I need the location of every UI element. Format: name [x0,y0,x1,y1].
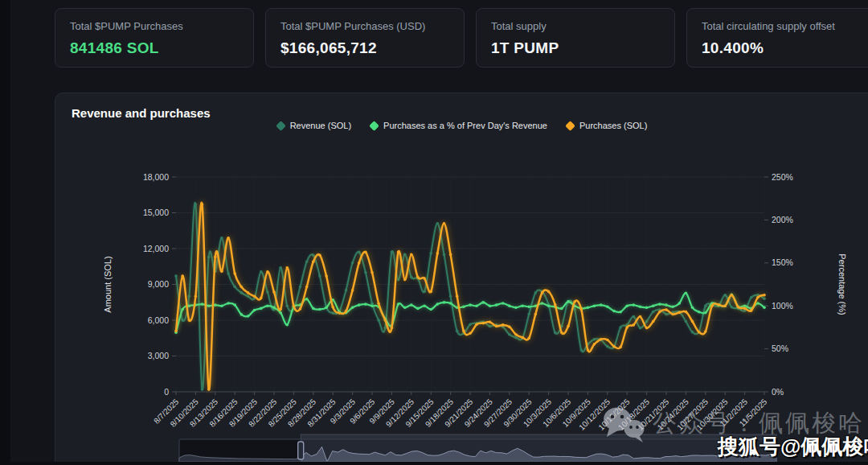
chart-legend: Revenue (SOL) Purchases as a % of Prev D… [55,121,868,130]
svg-text:3,000: 3,000 [148,351,169,360]
stat-label: Total supply [491,20,660,32]
stat-label: Total $PUMP Purchases (USD) [280,20,449,32]
x-axis: 8/7/20258/10/20258/13/20258/16/20258/19/… [152,392,769,432]
revenue-diamond-icon [276,121,286,131]
stat-card-total-purchases-usd: Total $PUMP Purchases (USD) $166,065,712 [265,8,465,68]
stat-label: Total circulating supply offset [702,20,868,32]
stat-value: 1T PUMP [491,39,660,57]
stat-card-total-supply: Total supply 1T PUMP [476,8,675,68]
left-edge-strip [0,0,10,465]
y-axis-right: 0%50%100%150%200%250%Percentage (%) [764,172,847,397]
svg-text:100%: 100% [772,301,793,311]
legend-item-purchases[interactable]: Purchases (SOL) [567,121,647,130]
stat-value: 10.400% [702,39,868,57]
stat-card-supply-offset: Total circulating supply offset 10.400% [686,8,868,68]
percentage-diamond-icon [369,121,379,131]
brush-handle[interactable] [298,442,304,459]
svg-text:9,000: 9,000 [148,279,169,289]
revenue-purchases-card: 03,0006,0009,00012,00015,00018,000Amount… [55,93,868,465]
brush [179,434,776,462]
svg-text:6,000: 6,000 [148,315,169,325]
svg-text:15,000: 15,000 [143,208,169,217]
y-axis-left: 03,0006,0009,00012,00015,00018,000Amount… [103,172,176,397]
bottom-edge-strip [0,462,868,465]
brush-selection[interactable] [301,434,776,462]
stat-card-total-purchases: Total $PUMP Purchases 841486 SOL [55,8,254,68]
chart-plot-area: 03,0006,0009,00012,00015,00018,000Amount… [55,93,868,465]
stats-row: Total $PUMP Purchases 841486 SOL Total $… [55,8,868,68]
chart-title: Revenue and purchases [72,106,211,120]
legend-item-revenue[interactable]: Revenue (SOL) [277,121,351,130]
y-axis-right-title: Percentage (%) [837,253,847,315]
svg-text:12,000: 12,000 [143,244,169,253]
stat-value: 841486 SOL [70,39,239,57]
svg-text:50%: 50% [772,344,788,353]
purchases-diamond-icon [565,121,575,131]
svg-text:18,000: 18,000 [143,172,169,182]
legend-item-purchases-pct[interactable]: Purchases as a % of Prev Day's Revenue [371,121,547,130]
stat-value: $166,065,712 [280,39,449,57]
svg-text:0: 0 [164,387,169,397]
svg-text:0%: 0% [772,387,784,397]
pump-dashboard: { "stats": [ {"label": "Total $PUMP Purc… [0,0,868,465]
svg-text:250%: 250% [772,172,793,182]
svg-text:150%: 150% [772,257,793,267]
y-axis-left-title: Amount (SOL) [103,256,113,312]
svg-text:200%: 200% [772,215,793,224]
stat-label: Total $PUMP Purchases [70,20,239,32]
